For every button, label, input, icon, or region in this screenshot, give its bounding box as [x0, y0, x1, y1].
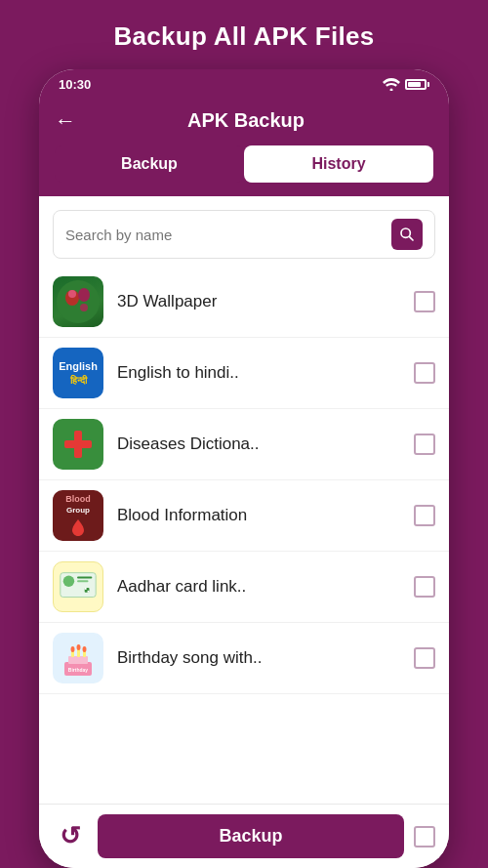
- status-time: 10:30: [59, 77, 91, 92]
- search-bar: [53, 210, 435, 259]
- back-button[interactable]: ←: [55, 110, 76, 132]
- tab-history[interactable]: History: [244, 145, 433, 183]
- tab-backup[interactable]: Backup: [55, 145, 244, 183]
- svg-rect-13: [77, 580, 88, 582]
- refresh-button[interactable]: ↺: [53, 819, 88, 854]
- red-cross-icon: [64, 431, 92, 458]
- search-icon: [399, 227, 415, 242]
- svg-rect-11: [63, 576, 74, 587]
- refresh-icon: ↺: [60, 821, 81, 851]
- app-name: Aadhar card link..: [117, 577, 400, 597]
- svg-line-2: [409, 236, 413, 240]
- app-checkbox[interactable]: [414, 576, 435, 598]
- svg-point-23: [71, 646, 75, 652]
- app-icon-blood: Blood Group: [53, 490, 103, 541]
- app-name: Birthday song with..: [117, 648, 400, 668]
- svg-rect-12: [77, 576, 92, 578]
- list-item: 3D Wallpaper: [39, 267, 449, 338]
- svg-point-5: [78, 288, 90, 302]
- backup-button[interactable]: Backup: [98, 814, 404, 858]
- topbar-title: APK Backup: [88, 109, 404, 132]
- svg-rect-19: [68, 656, 88, 664]
- top-bar: ← APK Backup: [39, 98, 449, 145]
- list-item: Birthday Birthday song with..: [39, 623, 449, 694]
- list-item: English हिन्दी English to hindi..: [39, 338, 449, 409]
- app-checkbox[interactable]: [414, 647, 435, 669]
- app-name: 3D Wallpaper: [117, 292, 400, 311]
- bottom-checkbox[interactable]: [414, 826, 435, 847]
- search-button[interactable]: [391, 219, 423, 250]
- app-icon-diseases: [53, 419, 103, 470]
- list-item: Blood Group Blood Information: [39, 480, 449, 552]
- app-checkbox[interactable]: [414, 505, 435, 526]
- list-item: Diseases Dictiona..: [39, 409, 449, 480]
- svg-rect-16: [88, 591, 90, 593]
- svg-point-24: [77, 644, 81, 650]
- status-icons: [383, 78, 429, 91]
- svg-point-7: [68, 290, 76, 298]
- page-title: Backup All APK Files: [94, 0, 393, 69]
- phone-frame: 10:30 ← APK Backup Backup History: [39, 69, 449, 868]
- app-checkbox[interactable]: [414, 291, 435, 312]
- battery-icon: [405, 79, 429, 90]
- app-icon-wallpaper: [53, 276, 103, 327]
- bottom-bar: ↺ Backup: [39, 804, 449, 868]
- wifi-icon: [383, 78, 400, 91]
- svg-point-8: [80, 304, 88, 311]
- svg-point-25: [83, 646, 87, 652]
- svg-point-0: [390, 89, 393, 92]
- app-name: Blood Information: [117, 506, 400, 525]
- svg-text:Birthday: Birthday: [68, 667, 89, 673]
- app-list: 3D Wallpaper English हिन्दी English to h…: [39, 267, 449, 804]
- app-name: English to hindi..: [117, 363, 400, 383]
- content-area: 3D Wallpaper English हिन्दी English to h…: [39, 196, 449, 804]
- status-bar: 10:30: [39, 69, 449, 98]
- app-icon-aadhar: [53, 561, 103, 612]
- search-input[interactable]: [65, 227, 384, 243]
- app-checkbox[interactable]: [414, 434, 435, 455]
- app-name: Diseases Dictiona..: [117, 434, 400, 454]
- list-item: Aadhar card link..: [39, 552, 449, 623]
- app-icon-english: English हिन्दी: [53, 348, 103, 398]
- svg-rect-15: [85, 588, 87, 590]
- app-checkbox[interactable]: [414, 362, 435, 384]
- tab-row: Backup History: [39, 145, 449, 196]
- app-icon-birthday: Birthday: [53, 633, 103, 683]
